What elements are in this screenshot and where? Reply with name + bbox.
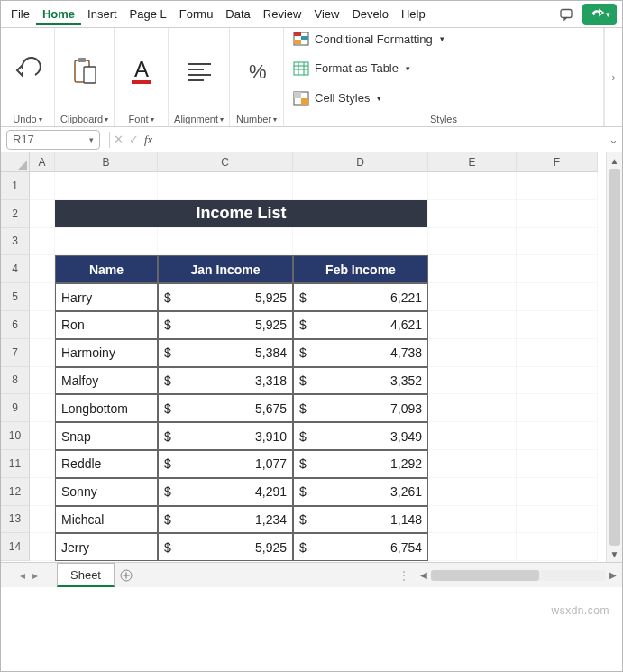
tab-review[interactable]: Review (257, 4, 308, 24)
name-box[interactable]: R17▾ (6, 130, 100, 150)
cell[interactable] (428, 228, 517, 256)
data-feb-cell[interactable]: $3,949 (293, 422, 428, 450)
tab-home[interactable]: Home (36, 4, 81, 25)
font-icon[interactable]: A (128, 57, 155, 87)
data-jan-cell[interactable]: $5,925 (158, 311, 293, 339)
row-header[interactable]: 12 (1, 478, 30, 506)
row-header[interactable]: 7 (1, 339, 30, 367)
fx-icon[interactable]: fx (144, 133, 152, 147)
cell[interactable] (428, 172, 517, 200)
column-header[interactable]: E (428, 152, 517, 172)
cell[interactable] (428, 200, 517, 228)
data-jan-cell[interactable]: $1,234 (158, 506, 293, 534)
cell[interactable] (428, 255, 517, 283)
data-feb-cell[interactable]: $4,621 (293, 311, 428, 339)
tab-help[interactable]: Help (395, 4, 432, 24)
data-feb-cell[interactable]: $3,352 (293, 367, 428, 395)
data-feb-cell[interactable]: $6,221 (293, 283, 428, 311)
vertical-scrollbar[interactable]: ▲ ▼ (606, 152, 622, 562)
alignment-icon[interactable] (184, 59, 215, 86)
cell[interactable] (30, 255, 55, 283)
cell[interactable] (428, 422, 517, 450)
data-name-cell[interactable]: Reddle (55, 450, 158, 478)
data-jan-cell[interactable]: $3,318 (158, 367, 293, 395)
cell[interactable] (428, 367, 517, 395)
undo-icon[interactable] (12, 57, 44, 87)
comments-button[interactable] (554, 4, 579, 25)
cell[interactable] (30, 283, 55, 311)
column-header[interactable]: A (30, 152, 55, 172)
cell[interactable] (517, 200, 598, 228)
cell[interactable] (428, 394, 517, 422)
data-jan-cell[interactable]: $5,675 (158, 394, 293, 422)
data-name-cell[interactable]: Longbottom (55, 394, 158, 422)
cell[interactable] (30, 506, 55, 534)
header-jan[interactable]: Jan Income (158, 255, 293, 283)
cell[interactable] (30, 394, 55, 422)
data-feb-cell[interactable]: $1,292 (293, 450, 428, 478)
data-feb-cell[interactable]: $3,261 (293, 478, 428, 506)
chevron-down-icon[interactable]: ▾ (151, 115, 154, 124)
cell[interactable] (293, 228, 428, 256)
data-feb-cell[interactable]: $1,148 (293, 506, 428, 534)
clipboard-icon[interactable] (69, 56, 100, 88)
sheet-nav[interactable]: ◂▸ (1, 569, 57, 582)
ribbon-collapse-button[interactable]: › (604, 28, 622, 126)
horizontal-scrollbar[interactable]: ◀ ▶ (415, 568, 622, 583)
cell[interactable] (428, 311, 517, 339)
tab-formulas[interactable]: Formu (173, 4, 220, 24)
cell[interactable] (517, 172, 598, 200)
cell[interactable] (517, 367, 598, 395)
row-header[interactable]: 2 (1, 200, 30, 228)
cell[interactable] (517, 283, 598, 311)
data-name-cell[interactable]: Sonny (55, 478, 158, 506)
cell[interactable] (428, 450, 517, 478)
row-header[interactable]: 14 (1, 533, 30, 561)
row-header[interactable]: 3 (1, 228, 30, 256)
scroll-left-icon[interactable]: ◀ (420, 570, 427, 580)
cell[interactable] (517, 255, 598, 283)
cell[interactable] (517, 228, 598, 256)
cell[interactable] (158, 172, 293, 200)
number-icon[interactable]: % (242, 59, 272, 86)
row-header[interactable]: 1 (1, 172, 30, 200)
cell[interactable] (428, 478, 517, 506)
conditional-formatting-button[interactable]: Conditional Formatting▾ (289, 25, 598, 53)
data-name-cell[interactable]: Jerry (55, 533, 158, 561)
scroll-thumb[interactable] (609, 169, 620, 546)
cell[interactable] (517, 450, 598, 478)
cell[interactable] (30, 450, 55, 478)
cell[interactable] (428, 283, 517, 311)
title-band[interactable]: Income List (55, 200, 428, 228)
cell[interactable] (428, 506, 517, 534)
data-feb-cell[interactable]: $4,738 (293, 339, 428, 367)
column-header[interactable]: D (293, 152, 428, 172)
share-button[interactable]: ▾ (582, 4, 617, 25)
data-feb-cell[interactable]: $7,093 (293, 394, 428, 422)
sheet-tab-active[interactable]: Sheet (57, 563, 115, 587)
cell[interactable] (428, 533, 517, 561)
tab-page-layout[interactable]: Page L (124, 4, 173, 24)
row-header[interactable]: 4 (1, 255, 30, 283)
cell[interactable] (293, 172, 428, 200)
cell[interactable] (30, 172, 55, 200)
data-name-cell[interactable]: Harmoiny (55, 339, 158, 367)
header-name[interactable]: Name (55, 255, 158, 283)
data-jan-cell[interactable]: $5,925 (158, 283, 293, 311)
cell[interactable] (428, 339, 517, 367)
tab-data[interactable]: Data (219, 4, 256, 24)
cell[interactable] (55, 172, 158, 200)
data-name-cell[interactable]: Ron (55, 311, 158, 339)
cell[interactable] (517, 506, 598, 534)
data-jan-cell[interactable]: $3,910 (158, 422, 293, 450)
cell[interactable] (30, 422, 55, 450)
cell-styles-button[interactable]: Cell Styles▾ (289, 84, 598, 112)
row-header[interactable]: 10 (1, 422, 30, 450)
chevron-down-icon[interactable]: ▾ (273, 115, 277, 124)
data-jan-cell[interactable]: $4,291 (158, 478, 293, 506)
cell[interactable] (30, 533, 55, 561)
row-header[interactable]: 13 (1, 506, 30, 534)
row-header[interactable]: 11 (1, 450, 30, 478)
data-name-cell[interactable]: Snap (55, 422, 158, 450)
chevron-down-icon[interactable]: ▾ (220, 115, 224, 124)
